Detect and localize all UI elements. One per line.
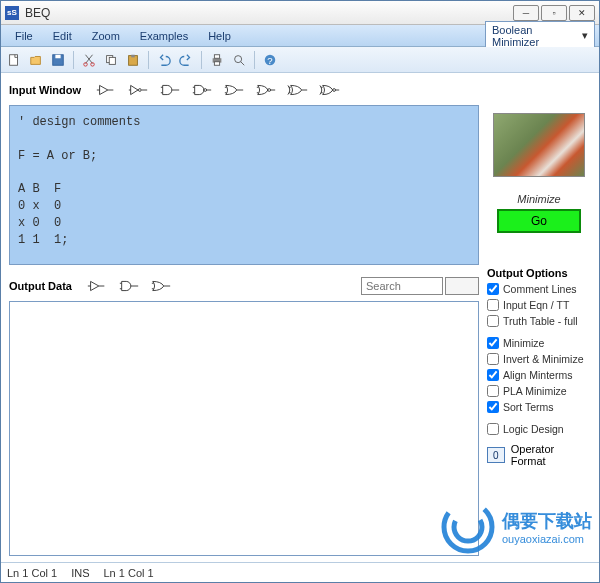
save-icon[interactable] — [49, 51, 67, 69]
option-label: PLA Minimize — [503, 385, 567, 397]
right-column: Minimize Go Output Options Comment Lines… — [487, 79, 591, 556]
print-icon[interactable] — [208, 51, 226, 69]
go-button[interactable]: Go — [497, 209, 581, 233]
svg-rect-10 — [214, 54, 219, 58]
menu-examples[interactable]: Examples — [130, 27, 198, 45]
input-textarea[interactable]: ' design comments F = A or B; A B F 0 x … — [9, 105, 479, 265]
menu-zoom[interactable]: Zoom — [82, 27, 130, 45]
svg-rect-11 — [214, 61, 219, 65]
cut-icon[interactable] — [80, 51, 98, 69]
toolbar: ? — [1, 47, 599, 73]
search-wrap — [361, 277, 479, 295]
gate-not-icon[interactable] — [127, 83, 149, 97]
mode-value: Boolean Minimizer — [492, 24, 582, 48]
menu-help[interactable]: Help — [198, 27, 241, 45]
option-row: Comment Lines — [487, 283, 584, 295]
open-icon[interactable] — [27, 51, 45, 69]
option-label: Sort Terms — [503, 401, 554, 413]
app-icon: sS — [5, 6, 19, 20]
svg-point-18 — [333, 89, 336, 92]
gate-and-icon[interactable] — [159, 83, 181, 97]
option-checkbox-5[interactable] — [487, 369, 499, 381]
gate-nand-icon[interactable] — [191, 83, 213, 97]
app-window: sS BEQ ─ ▫ ✕ File Edit Zoom Examples Hel… — [0, 0, 600, 583]
option-label: Comment Lines — [503, 283, 577, 295]
option-label: Minimize — [503, 337, 544, 349]
svg-rect-0 — [10, 54, 18, 65]
redo-icon[interactable] — [177, 51, 195, 69]
output-header: Output Data — [9, 275, 479, 297]
option-row: Invert & Minimize — [487, 353, 584, 365]
minimize-label: Minimize — [517, 193, 560, 205]
content-area: Input Window ' design comments F = A or … — [1, 73, 599, 562]
svg-rect-2 — [55, 54, 60, 58]
option-row: Logic Design — [487, 423, 584, 435]
search-button[interactable] — [445, 277, 479, 295]
svg-point-15 — [138, 89, 141, 92]
gate-xor-icon[interactable] — [287, 83, 309, 97]
option-checkbox-0[interactable] — [487, 283, 499, 295]
svg-point-16 — [204, 89, 207, 92]
gate-or-icon[interactable] — [150, 279, 172, 293]
option-checkbox-1[interactable] — [487, 299, 499, 311]
operator-format-row: 0 Operator Format — [487, 443, 591, 467]
panda-image — [493, 113, 585, 177]
option-label: Input Eqn / TT — [503, 299, 569, 311]
svg-point-12 — [235, 55, 242, 62]
option-checkbox-4[interactable] — [487, 353, 499, 365]
window-title: BEQ — [25, 6, 513, 20]
gate-xnor-icon[interactable] — [319, 83, 341, 97]
option-row: PLA Minimize — [487, 385, 584, 397]
gate-buffer-icon[interactable] — [95, 83, 117, 97]
help-icon[interactable]: ? — [261, 51, 279, 69]
close-window-button[interactable]: ✕ — [569, 5, 595, 21]
minimize-window-button[interactable]: ─ — [513, 5, 539, 21]
output-title: Output Data — [9, 280, 72, 292]
search-input[interactable] — [361, 277, 443, 295]
window-controls: ─ ▫ ✕ — [513, 5, 595, 21]
option-checkbox-6[interactable] — [487, 385, 499, 397]
mode-dropdown[interactable]: Boolean Minimizer — [485, 21, 595, 51]
option-row: Truth Table - full — [487, 315, 584, 327]
input-gates — [95, 83, 341, 97]
svg-point-17 — [268, 89, 271, 92]
copy-icon[interactable] — [102, 51, 120, 69]
gate-nor-icon[interactable] — [255, 83, 277, 97]
operator-format-label: Operator Format — [511, 443, 591, 467]
menu-file[interactable]: File — [5, 27, 43, 45]
menu-edit[interactable]: Edit — [43, 27, 82, 45]
input-header: Input Window — [9, 79, 479, 101]
paste-icon[interactable] — [124, 51, 142, 69]
status-pos1: Ln 1 Col 1 — [7, 567, 57, 579]
option-checkbox-8[interactable] — [487, 423, 499, 435]
gate-buffer-icon[interactable] — [86, 279, 108, 293]
new-doc-icon[interactable] — [5, 51, 23, 69]
status-ins: INS — [71, 567, 89, 579]
maximize-window-button[interactable]: ▫ — [541, 5, 567, 21]
svg-rect-8 — [131, 54, 135, 57]
option-checkbox-2[interactable] — [487, 315, 499, 327]
input-title: Input Window — [9, 84, 81, 96]
option-label: Truth Table - full — [503, 315, 578, 327]
option-row: Input Eqn / TT — [487, 299, 584, 311]
option-label: Logic Design — [503, 423, 564, 435]
option-label: Align Minterms — [503, 369, 572, 381]
menubar: File Edit Zoom Examples Help Boolean Min… — [1, 25, 599, 47]
output-options-title: Output Options — [487, 267, 568, 279]
option-row: Sort Terms — [487, 401, 584, 413]
gate-and-icon[interactable] — [118, 279, 140, 293]
output-gates — [86, 279, 172, 293]
svg-text:?: ? — [267, 54, 272, 65]
svg-rect-6 — [109, 57, 115, 64]
preview-icon[interactable] — [230, 51, 248, 69]
option-checkbox-7[interactable] — [487, 401, 499, 413]
gate-or-icon[interactable] — [223, 83, 245, 97]
option-row: Align Minterms — [487, 369, 584, 381]
operator-format-value[interactable]: 0 — [487, 447, 505, 463]
status-pos2: Ln 1 Col 1 — [104, 567, 154, 579]
option-label: Invert & Minimize — [503, 353, 584, 365]
option-checkbox-3[interactable] — [487, 337, 499, 349]
undo-icon[interactable] — [155, 51, 173, 69]
output-textarea[interactable] — [9, 301, 479, 556]
statusbar: Ln 1 Col 1 INS Ln 1 Col 1 — [1, 562, 599, 582]
